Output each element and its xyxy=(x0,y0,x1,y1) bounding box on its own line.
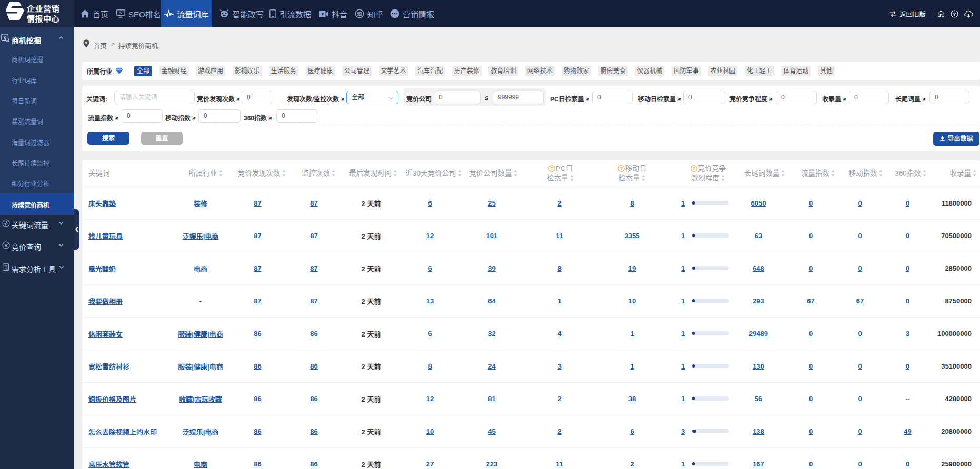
svg-text:?: ? xyxy=(692,166,695,171)
svg-text:R: R xyxy=(4,243,8,248)
svg-text:?: ? xyxy=(620,166,623,171)
svg-text:S: S xyxy=(119,11,123,15)
svg-text:知: 知 xyxy=(356,11,362,17)
svg-text:?: ? xyxy=(551,166,553,171)
svg-text:?: ? xyxy=(953,11,956,16)
